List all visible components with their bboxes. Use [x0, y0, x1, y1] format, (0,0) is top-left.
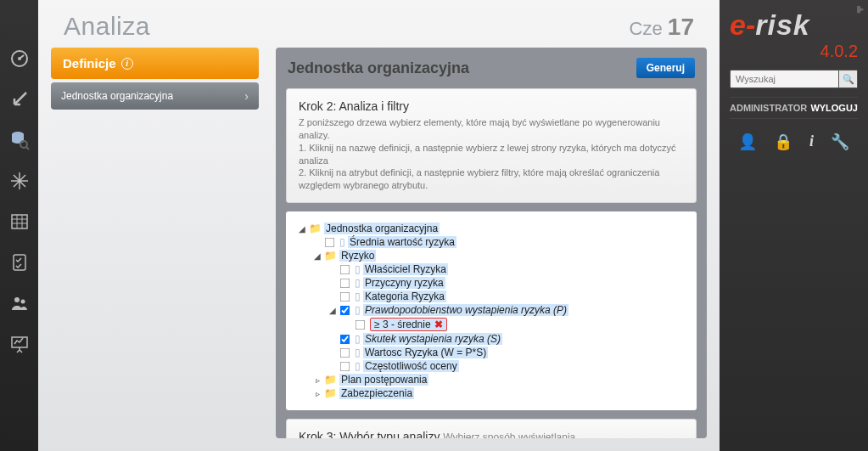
axes-icon[interactable]	[8, 169, 31, 193]
step3-card[interactable]: Krok 3: Wybór typu analizy Wybierz sposó…	[286, 419, 697, 438]
collapse-icon[interactable]: ◢	[298, 224, 306, 234]
search-input[interactable]	[730, 70, 839, 88]
search-icon: 🔍	[843, 74, 854, 84]
user-icon[interactable]: 👤	[738, 132, 757, 151]
checkbox[interactable]	[340, 347, 350, 358]
tree-node-effect[interactable]: ▯Skutek wystapienia ryzyka (S)	[328, 332, 685, 346]
checkbox[interactable]	[325, 237, 335, 247]
document-icon: ▯	[355, 304, 361, 316]
document-icon: ▯	[339, 236, 345, 248]
collapse-handle-icon[interactable]: ▮▸	[856, 3, 863, 14]
info-icon[interactable]: i	[809, 132, 814, 151]
tree-node-plan[interactable]: ▹📁Plan postępowania	[313, 373, 685, 386]
document-icon: ▯	[355, 277, 361, 289]
step3-title: Krok 3: Wybór typu analizy Wybierz sposó…	[299, 430, 684, 438]
nav-rail	[0, 0, 38, 451]
document-icon: ▯	[355, 347, 361, 358]
svg-rect-5	[14, 255, 25, 270]
expand-icon[interactable]: ▹	[313, 375, 322, 385]
collapse-icon[interactable]: ◢	[328, 306, 337, 315]
wrench-icon[interactable]: 🔧	[831, 132, 849, 151]
left-menu: Definicje i Jednostka organizacyjna ›	[51, 48, 259, 438]
checkbox[interactable]	[340, 334, 350, 344]
chevron-right-icon: ›	[244, 89, 249, 103]
role-label: ADMINISTRATOR	[730, 103, 807, 113]
page-title: Analiza	[64, 12, 150, 41]
presentation-icon[interactable]	[8, 332, 31, 356]
folder-icon: 📁	[324, 387, 337, 399]
tree-filter-chip[interactable]: ≥ 3 - średnie✖	[344, 317, 685, 332]
document-icon: ▯	[355, 290, 361, 302]
tree-node-avg[interactable]: ▯Średnia wartość ryzyka	[313, 235, 685, 249]
table-icon[interactable]	[8, 210, 31, 234]
svg-point-6	[14, 297, 20, 302]
tree-card: ◢📁Jednostka organizacyjna ▯Średnia warto…	[286, 211, 697, 410]
document-icon: ▯	[355, 360, 361, 372]
folder-icon: 📁	[309, 223, 322, 234]
checkbox[interactable]	[340, 291, 350, 302]
document-icon: ▯	[355, 263, 361, 275]
page: Analiza Cze 17 Definicje i Jednostka org…	[38, 0, 720, 451]
menu-head-definicje[interactable]: Definicje i	[51, 48, 259, 79]
expand-icon[interactable]: ▹	[313, 389, 322, 398]
tree-node-risk[interactable]: ◢📁Ryzyko	[313, 249, 685, 262]
lock-icon[interactable]: 🔒	[774, 132, 792, 151]
right-sidebar: ▮▸ e-risk 4.0.2 🔍 ADMINISTRATOR WYLOGUJ …	[720, 0, 868, 451]
info-icon[interactable]: i	[121, 58, 133, 70]
generate-button[interactable]: Generuj	[636, 58, 695, 78]
folder-icon: 📁	[324, 374, 337, 386]
content-panel: Jednostka organizacyjna Generuj Krok 2: …	[276, 48, 707, 438]
content-heading: Jednostka organizacyjna	[288, 59, 469, 77]
collapse-icon[interactable]: ◢	[313, 251, 322, 261]
tree-node-sec[interactable]: ▹📁Zabezpieczenia	[313, 386, 685, 400]
page-date: Cze 17	[630, 14, 694, 41]
tree-node-category[interactable]: ▯Kategoria Ryzyka	[328, 290, 685, 303]
arrow-icon[interactable]	[8, 87, 31, 111]
tree-node-owner[interactable]: ▯Właściciel Ryzyka	[328, 262, 685, 276]
gauge-icon[interactable]	[8, 47, 31, 70]
document-icon: ▯	[355, 333, 361, 345]
folder-icon: 📁	[324, 250, 337, 262]
checkbox[interactable]	[340, 264, 350, 274]
svg-point-3	[20, 141, 27, 148]
remove-filter-icon[interactable]: ✖	[434, 319, 443, 330]
checkbox[interactable]	[340, 361, 350, 371]
users-icon[interactable]	[8, 291, 31, 315]
menu-item-jednostka[interactable]: Jednostka organizacyjna ›	[51, 82, 259, 110]
step2-desc: Z poniższego drzewa wybierz elementy, kt…	[299, 116, 684, 192]
checkbox[interactable]	[340, 305, 350, 315]
database-search-icon[interactable]	[8, 128, 31, 152]
checklist-icon[interactable]	[8, 251, 31, 274]
tree-node-value[interactable]: ▯Wartosc Ryzyka (W = P*S)	[328, 346, 685, 359]
tree-node-freq[interactable]: ▯Częstotliwość oceny	[328, 359, 685, 373]
logout-link[interactable]: WYLOGUJ	[810, 103, 858, 113]
tree-node-causes[interactable]: ▯Przyczyny ryzyka	[328, 276, 685, 290]
tree-root[interactable]: ◢📁Jednostka organizacyjna	[298, 222, 685, 235]
step2-card: Krok 2: Analiza i filtry Z poniższego dr…	[286, 88, 697, 203]
checkbox[interactable]	[356, 319, 366, 330]
tree: ◢📁Jednostka organizacyjna ▯Średnia warto…	[298, 222, 685, 400]
brand-logo: e-risk 4.0.2	[730, 8, 858, 61]
search-box: 🔍	[730, 70, 858, 88]
tree-node-prob[interactable]: ◢▯Prawdopodobienstwo wystapienia ryzyka …	[328, 303, 685, 317]
svg-point-7	[20, 300, 25, 304]
step2-title: Krok 2: Analiza i filtry	[299, 99, 684, 113]
svg-rect-4	[12, 215, 27, 228]
version-label: 4.0.2	[730, 42, 858, 61]
search-button[interactable]: 🔍	[839, 70, 858, 88]
svg-point-1	[18, 57, 21, 60]
checkbox[interactable]	[340, 278, 350, 288]
